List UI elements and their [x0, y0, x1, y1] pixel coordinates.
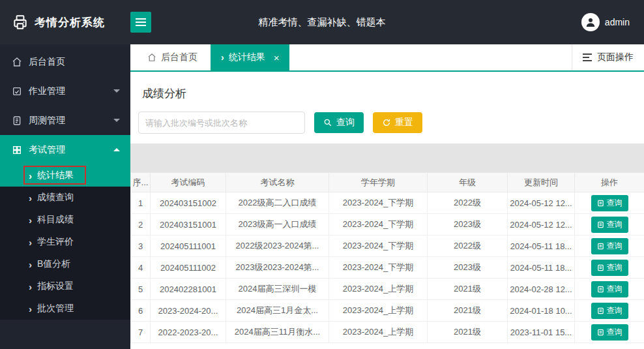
user-avatar-icon[interactable] [581, 13, 600, 31]
main-content: 后台首页 › 统计结果 × 页面操作 成绩分析 查询 重置 [130, 44, 644, 349]
row-query-button[interactable]: 查询 [591, 303, 628, 319]
sidebar-subitem-label: 学生评价 [37, 236, 74, 248]
page-actions-button[interactable]: 页面操作 [572, 44, 644, 70]
sidebar-subitem-label: 科目成绩 [37, 214, 74, 226]
exam-name: 2024届高三深圳一模 [226, 279, 329, 300]
app-brand: 考情分析系统 [0, 14, 130, 31]
tab-stats-result[interactable]: › 统计结果 × [211, 44, 289, 70]
col-index: 序... [131, 173, 151, 192]
sidebar-subitem-subject-scores[interactable]: › 科目成绩 [0, 209, 130, 231]
school-term: 2023-2024_下学期 [329, 235, 428, 257]
col-actions: 操作 [575, 173, 644, 192]
col-exam-name: 考试名称 [226, 173, 329, 192]
exam-code: 202405111001 [151, 235, 226, 257]
sidebar-item-exam-management[interactable]: 考试管理 [0, 135, 130, 164]
school-term: 2023-2024_上学期 [329, 300, 428, 322]
update-time: 2024-05-12 12... [508, 192, 575, 214]
page-actions-label: 页面操作 [597, 52, 634, 63]
chevron-down-icon [113, 89, 120, 93]
chevron-right-icon: › [29, 171, 32, 181]
sidebar-subitem-batch-management[interactable]: › 批次管理 [0, 297, 130, 320]
sidebar-toggle-button[interactable] [130, 12, 151, 33]
exam-name: 2022级高二入口成绩 [226, 192, 329, 214]
row-actions: 查询 [575, 235, 644, 257]
sidebar-subitem-bvalue-analysis[interactable]: › B值分析 [0, 253, 130, 275]
query-button[interactable]: 查询 [314, 112, 364, 133]
exam-submenu: › 统计结果 › 成绩查询 › 科目成绩 › 学生评价 › B值分析 › [0, 164, 130, 320]
chevron-up-icon [113, 148, 120, 151]
row-query-button[interactable]: 查询 [591, 195, 628, 211]
sidebar-subitem-label: 成绩查询 [37, 192, 74, 204]
document-icon [597, 243, 604, 250]
school-term: 2023-2024_上学期 [329, 322, 428, 343]
reset-button[interactable]: 重置 [373, 112, 422, 133]
col-school-term: 学年学期 [329, 173, 428, 192]
sidebar-subitem-label: 指标设置 [37, 281, 74, 292]
exam-table-body: 12024031510022022级高二入口成绩2023-2024_下学期202… [131, 192, 644, 343]
search-input[interactable] [138, 112, 305, 134]
sidebar-subitem-student-evaluation[interactable]: › 学生评价 [0, 231, 130, 253]
document-icon [597, 329, 604, 336]
page-actions-icon [583, 53, 592, 61]
row-index: 1 [131, 192, 151, 214]
tab-label: 统计结果 [229, 52, 265, 63]
document-icon [597, 286, 604, 293]
tab-bar: 后台首页 › 统计结果 × 页面操作 [130, 44, 644, 72]
table-row: 52024022810012024届高三深圳一模2023-2024_上学期202… [131, 279, 644, 300]
tab-home[interactable]: 后台首页 [137, 44, 208, 70]
grade: 2021级 [428, 322, 508, 343]
sidebar-item-homework[interactable]: 作业管理 [0, 76, 130, 106]
query-button-label: 查询 [336, 117, 355, 129]
grade: 2021级 [428, 300, 508, 322]
row-query-button[interactable]: 查询 [591, 238, 628, 254]
reset-button-label: 重置 [395, 117, 413, 129]
search-toolbar: 查询 重置 [138, 112, 644, 134]
row-query-label: 查询 [607, 241, 622, 252]
sidebar-item-label: 周测管理 [29, 115, 65, 127]
sidebar-item-home[interactable]: 后台首页 [0, 47, 130, 76]
exam-code: 2022-2023-20... [151, 322, 226, 343]
row-actions: 查询 [575, 257, 644, 279]
row-query-button[interactable]: 查询 [591, 217, 628, 233]
row-actions: 查询 [575, 279, 644, 300]
app-title: 考情分析系统 [35, 15, 105, 30]
grade: 2023级 [428, 214, 508, 235]
table-row: 32024051110012022级2023-2024第...2023-2024… [131, 235, 644, 257]
row-query-button[interactable]: 查询 [591, 260, 628, 276]
row-query-button[interactable]: 查询 [591, 324, 628, 341]
grade: 2023级 [428, 257, 508, 279]
sidebar-subitem-stats-result[interactable]: › 统计结果 [0, 164, 130, 187]
sidebar-subitem-score-query[interactable]: › 成绩查询 [0, 187, 130, 209]
sidebar-item-label: 作业管理 [29, 85, 65, 97]
row-index: 7 [131, 322, 151, 343]
row-query-label: 查询 [607, 262, 622, 273]
sidebar-subitem-label: B值分析 [37, 258, 70, 270]
grade: 2021级 [428, 279, 508, 300]
document-icon [597, 200, 604, 207]
update-time: 2024-02-28 12... [508, 279, 575, 300]
grid-icon [12, 145, 22, 155]
exam-table: 序... 考试编码 考试名称 学年学期 年级 更新时间 操作 120240315… [130, 172, 644, 343]
username: admin [605, 17, 630, 27]
home-icon [12, 57, 22, 67]
app-logo-icon [12, 14, 29, 31]
top-header: 考情分析系统 精准考情、查漏补缺、错题本 admin [0, 0, 644, 44]
chevron-right-icon: › [29, 304, 32, 314]
table-row: 22024031510012023级高一入口成绩2023-2024_下学期202… [131, 214, 644, 235]
homework-icon [12, 86, 22, 97]
close-icon[interactable]: × [274, 53, 280, 63]
hamburger-icon [136, 18, 146, 26]
sidebar-subitem-indicator-settings[interactable]: › 指标设置 [0, 275, 130, 297]
document-icon [597, 221, 604, 228]
update-time: 2023-11-01 15... [508, 322, 575, 343]
sidebar-item-weekly-test[interactable]: 周测管理 [0, 106, 130, 135]
row-query-label: 查询 [607, 219, 622, 230]
sidebar-subitem-label: 统计结果 [37, 170, 74, 181]
row-index: 6 [131, 300, 151, 322]
row-query-button[interactable]: 查询 [591, 281, 628, 297]
table-row: 12024031510022022级高二入口成绩2023-2024_下学期202… [131, 192, 644, 214]
chevron-right-icon: › [29, 282, 32, 292]
update-time: 2024-05-11 18... [508, 235, 575, 257]
exam-name: 2023级2023-2024第... [226, 257, 329, 279]
school-term: 2023-2024_下学期 [329, 192, 428, 214]
